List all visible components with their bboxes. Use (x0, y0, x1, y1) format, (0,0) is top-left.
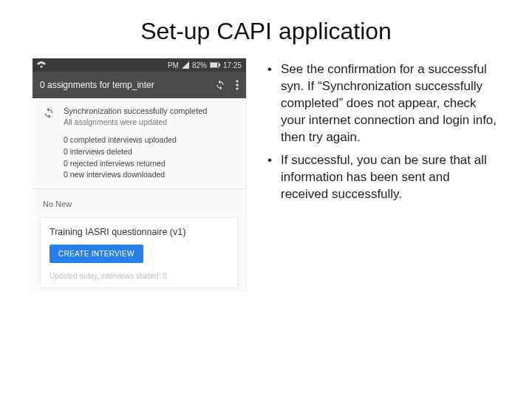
svg-point-5 (236, 87, 238, 89)
svg-point-4 (236, 83, 238, 86)
clock-text: 17:25 (223, 61, 242, 69)
sync-banner: Synchronization successfully completed A… (33, 98, 246, 133)
card-title: Training IASRI questionnaire (v1) (50, 227, 229, 237)
stat-row: 0 rejected interviews returned (64, 158, 236, 170)
stat-row: 0 new interviews downloaded (64, 169, 236, 181)
phone-screenshot: PM 82% 17:25 0 assignments for temp_inte… (33, 58, 247, 291)
battery-text: 82% (192, 61, 207, 69)
create-interview-button[interactable]: CREATE INTERVIEW (50, 245, 143, 263)
questionnaire-card: Training IASRI questionnaire (v1) CREATE… (40, 217, 239, 288)
app-bar: 0 assignments for temp_inter (33, 72, 246, 98)
sync-line1: Synchronization successfully completed (64, 106, 207, 117)
status-text: PM (168, 61, 179, 69)
no-new-label: No New (33, 189, 246, 214)
bullet-list: See the confirmation for a successful sy… (267, 58, 499, 209)
sync-line2: All assignments were updated (64, 117, 207, 127)
stat-row: 0 completed interviews uploaded (64, 134, 236, 146)
menu-overflow-icon[interactable] (236, 80, 239, 90)
sync-icon[interactable] (215, 80, 225, 90)
sync-small-icon (43, 106, 56, 119)
sync-stats: 0 completed interviews uploaded 0 interv… (33, 133, 246, 188)
status-bar: PM 82% 17:25 (33, 58, 246, 72)
appbar-title: 0 assignments for temp_inter (40, 80, 154, 90)
battery-icon (210, 62, 220, 68)
bullet-item: If successful, you can be sure that all … (267, 152, 499, 203)
wifi-icon (37, 61, 46, 69)
svg-point-3 (236, 80, 238, 82)
stat-row: 0 interviews deleted (64, 146, 236, 158)
content-row: PM 82% 17:25 0 assignments for temp_inte… (0, 45, 532, 291)
card-meta: Updated today, interviews started: 0 (50, 272, 229, 280)
svg-rect-1 (211, 63, 217, 67)
bullet-item: See the confirmation for a successful sy… (267, 61, 499, 146)
svg-rect-2 (219, 64, 220, 66)
signal-icon (182, 61, 189, 69)
slide-title: Set-up CAPI application (0, 0, 532, 45)
